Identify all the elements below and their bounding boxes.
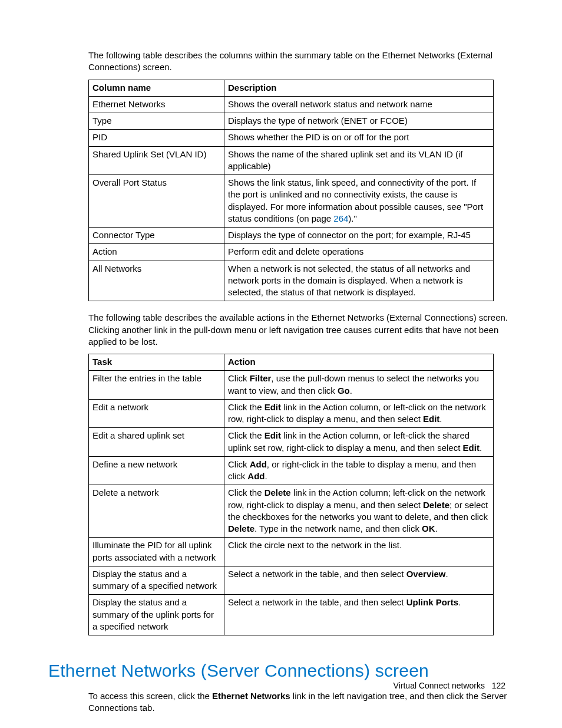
text: . — [445, 569, 448, 579]
col-header-task: Task — [89, 354, 224, 371]
bold-text: Add — [247, 471, 265, 481]
page-link-264[interactable]: 264 — [333, 213, 348, 223]
cell-task: Display the status and a summary of a sp… — [89, 566, 224, 595]
text: Click — [228, 373, 250, 383]
intro-paragraph-1: The following table describes the column… — [48, 50, 514, 74]
text: Click the circle next to the network in … — [228, 540, 402, 550]
cell-name: PID — [89, 130, 224, 146]
bold-text: Delete — [265, 487, 291, 498]
text: . — [265, 471, 267, 481]
bold-text: Delete — [228, 523, 254, 533]
cell-name: All Networks — [89, 261, 224, 301]
footer-page-number: 122 — [492, 681, 505, 690]
section-body: To access this screen, click the Etherne… — [48, 690, 514, 714]
table-row: Define a new network Click Add, or right… — [89, 456, 494, 485]
cell-action: Click the Edit link in the Action column… — [224, 428, 494, 457]
section-heading: Ethernet Networks (Server Connections) s… — [48, 659, 514, 683]
cell-action: Click the Delete link in the Action colu… — [224, 485, 494, 538]
text: . — [350, 386, 352, 396]
text: Select a network in the table, and then … — [228, 569, 406, 579]
text: Click the — [228, 430, 265, 440]
table-row: Action Perform edit and delete operation… — [89, 244, 494, 261]
cell-name: Overall Port Status — [89, 175, 224, 228]
cell-task: Edit a shared uplink set — [89, 428, 224, 457]
table-row: Display the status and a summary of the … — [89, 595, 494, 635]
cell-task: Define a new network — [89, 456, 224, 485]
text: . Type in the network name, and then cli… — [254, 523, 422, 533]
text: Click the — [228, 487, 265, 498]
cell-desc: Shows whether the PID is on or off for t… — [224, 130, 494, 146]
bold-text: Uplink Ports — [406, 597, 458, 607]
bold-text: OK — [422, 523, 435, 533]
page-footer: Virtual Connect networks 122 — [394, 680, 505, 691]
intro-paragraph-2: The following table describes the availa… — [48, 312, 514, 348]
cell-task: Display the status and a summary of the … — [89, 595, 224, 635]
cell-action: Select a network in the table, and then … — [224, 595, 494, 635]
cell-desc: Displays the type of connector on the po… — [224, 228, 494, 244]
text: . — [435, 523, 438, 533]
cell-name: Type — [89, 113, 224, 130]
bold-text: Overview — [406, 569, 446, 579]
text: To access this screen, click the — [88, 691, 212, 701]
cell-action: Click the Edit link in the Action column… — [224, 399, 494, 428]
cell-task: Edit a network — [89, 399, 224, 428]
footer-label: Virtual Connect networks — [394, 681, 485, 690]
cell-desc: When a network is not selected, the stat… — [224, 261, 494, 301]
actions-table: Task Action Filter the entries in the ta… — [88, 354, 494, 635]
bold-text: Delete — [423, 500, 449, 510]
table-row: Display the status and a summary of a sp… — [89, 566, 494, 595]
bold-text: Filter — [250, 373, 272, 383]
bold-text: Edit — [463, 443, 480, 453]
desc-text-post: )." — [348, 213, 357, 223]
col-header-desc: Description — [224, 80, 494, 96]
cell-action: Select a network in the table, and then … — [224, 566, 494, 595]
table-row: Edit a shared uplink set Click the Edit … — [89, 428, 494, 457]
bold-text: Edit — [265, 430, 281, 440]
text: . — [439, 414, 442, 424]
table-row: Edit a network Click the Edit link in th… — [89, 399, 494, 428]
cell-desc: Shows the name of the shared uplink set … — [224, 146, 494, 175]
cell-name: Shared Uplink Set (VLAN ID) — [89, 146, 224, 175]
cell-desc: Perform edit and delete operations — [224, 244, 494, 261]
table-row: All Networks When a network is not selec… — [89, 261, 494, 301]
table-row: Filter the entries in the table Click Fi… — [89, 371, 494, 400]
col-header-action: Action — [224, 354, 494, 371]
table-header-row: Task Action — [89, 354, 494, 371]
cell-name: Connector Type — [89, 228, 224, 244]
bold-text: Edit — [423, 414, 439, 424]
cell-action: Click Add, or right-click in the table t… — [224, 456, 494, 485]
cell-task: Filter the entries in the table — [89, 371, 224, 400]
text: Click — [228, 459, 250, 469]
table-row: Connector Type Displays the type of conn… — [89, 228, 494, 244]
cell-task: Delete a network — [89, 485, 224, 538]
table-header-row: Column name Description — [89, 80, 494, 96]
bold-text: Add — [250, 459, 267, 469]
cell-action: Click the circle next to the network in … — [224, 538, 494, 566]
table-row: Type Displays the type of network (ENET … — [89, 113, 494, 130]
bold-text: Ethernet Networks — [212, 691, 290, 701]
cell-desc: Shows the overall network status and net… — [224, 96, 494, 113]
col-header-name: Column name — [89, 80, 224, 96]
bold-text: Edit — [265, 402, 281, 412]
table-row: PID Shows whether the PID is on or off f… — [89, 130, 494, 146]
text: . — [458, 597, 461, 607]
table-row: Illuminate the PID for all uplink ports … — [89, 538, 494, 566]
table-row: Ethernet Networks Shows the overall netw… — [89, 96, 494, 113]
text: Select a network in the table, and then … — [228, 597, 406, 607]
bold-text: Go — [338, 386, 350, 396]
cell-task: Illuminate the PID for all uplink ports … — [89, 538, 224, 566]
cell-name: Action — [89, 244, 224, 261]
text: Click the — [228, 402, 265, 412]
cell-desc: Shows the link status, link speed, and c… — [224, 175, 494, 228]
table-row: Delete a network Click the Delete link i… — [89, 485, 494, 538]
text: . — [480, 443, 482, 453]
cell-desc: Displays the type of network (ENET or FC… — [224, 113, 494, 130]
table-row: Shared Uplink Set (VLAN ID) Shows the na… — [89, 146, 494, 175]
cell-action: Click Filter, use the pull-down menus to… — [224, 371, 494, 400]
cell-name: Ethernet Networks — [89, 96, 224, 113]
columns-table: Column name Description Ethernet Network… — [88, 80, 494, 302]
table-row: Overall Port Status Shows the link statu… — [89, 175, 494, 228]
